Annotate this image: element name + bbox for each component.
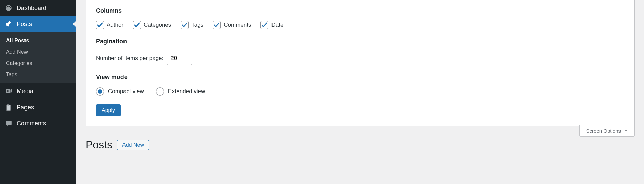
sidebar-label-pages: Pages bbox=[17, 104, 34, 111]
checkbox-date[interactable]: Date bbox=[260, 21, 283, 29]
pagination-heading: Pagination bbox=[96, 38, 624, 45]
checkbox-comments[interactable]: Comments bbox=[213, 21, 251, 29]
sidebar-label-comments: Comments bbox=[17, 120, 46, 127]
check-icon bbox=[134, 22, 140, 28]
main-content: Columns Author Categories bbox=[76, 0, 644, 184]
view-mode-heading: View mode bbox=[96, 74, 624, 81]
checkbox-author[interactable]: Author bbox=[96, 21, 123, 29]
pages-icon bbox=[5, 103, 13, 111]
checkbox-tags-label: Tags bbox=[191, 22, 203, 28]
items-per-page-input[interactable] bbox=[167, 52, 192, 65]
checkbox-categories[interactable]: Categories bbox=[133, 21, 171, 29]
sidebar-item-posts[interactable]: Posts bbox=[0, 16, 76, 32]
check-icon bbox=[97, 22, 103, 28]
pin-icon bbox=[5, 20, 13, 28]
check-icon bbox=[181, 22, 188, 28]
svg-rect-0 bbox=[7, 105, 11, 110]
comments-icon bbox=[5, 119, 13, 127]
columns-heading: Columns bbox=[96, 7, 624, 14]
sidebar-item-comments[interactable]: Comments bbox=[0, 115, 76, 131]
chevron-up-icon bbox=[624, 128, 628, 134]
sidebar-item-media[interactable]: Media bbox=[0, 83, 76, 99]
radio-dot-icon bbox=[98, 89, 102, 94]
radio-extended[interactable]: Extended view bbox=[156, 87, 205, 96]
page-title: Posts bbox=[86, 139, 112, 151]
check-icon bbox=[213, 22, 220, 28]
checkbox-author-box bbox=[96, 21, 104, 29]
checkbox-tags[interactable]: Tags bbox=[181, 21, 203, 29]
apply-button[interactable]: Apply bbox=[96, 104, 121, 116]
media-icon bbox=[5, 87, 13, 95]
posts-submenu: All Posts Add New Categories Tags bbox=[0, 32, 76, 83]
page-title-row: Posts Add New bbox=[86, 139, 635, 151]
checkbox-categories-label: Categories bbox=[144, 22, 171, 28]
checkbox-comments-label: Comments bbox=[224, 22, 251, 28]
dashboard-icon bbox=[5, 4, 13, 12]
checkbox-author-label: Author bbox=[107, 22, 123, 28]
checkbox-date-label: Date bbox=[271, 22, 283, 28]
screen-options-toggle[interactable]: Screen Options bbox=[579, 125, 635, 137]
checkbox-date-box bbox=[260, 21, 268, 29]
radio-extended-label: Extended view bbox=[168, 88, 205, 95]
radio-compact[interactable]: Compact view bbox=[96, 87, 144, 96]
checkbox-tags-box bbox=[181, 21, 189, 29]
checkbox-categories-box bbox=[133, 21, 141, 29]
admin-sidebar: Dashboard Posts All Posts Add New Catego… bbox=[0, 0, 76, 184]
screen-options-panel: Columns Author Categories bbox=[86, 0, 635, 126]
sidebar-label-dashboard: Dashboard bbox=[17, 5, 46, 12]
sidebar-item-pages[interactable]: Pages bbox=[0, 99, 76, 115]
radio-compact-circle bbox=[96, 87, 104, 96]
view-mode-row: Compact view Extended view bbox=[96, 87, 624, 96]
radio-extended-circle bbox=[156, 87, 164, 96]
submenu-all-posts[interactable]: All Posts bbox=[0, 35, 76, 46]
sidebar-item-dashboard[interactable]: Dashboard bbox=[0, 0, 76, 16]
submenu-categories[interactable]: Categories bbox=[0, 58, 76, 69]
items-per-page-label: Number of items per page: bbox=[96, 55, 163, 62]
sidebar-label-posts: Posts bbox=[17, 21, 32, 28]
submenu-tags[interactable]: Tags bbox=[0, 69, 76, 80]
screen-options-label: Screen Options bbox=[586, 128, 621, 134]
submenu-add-new[interactable]: Add New bbox=[0, 46, 76, 58]
columns-checkbox-row: Author Categories Tags bbox=[96, 21, 624, 29]
radio-compact-label: Compact view bbox=[108, 88, 144, 95]
check-icon bbox=[261, 22, 268, 28]
add-new-button[interactable]: Add New bbox=[117, 140, 149, 150]
sidebar-label-media: Media bbox=[17, 88, 33, 95]
checkbox-comments-box bbox=[213, 21, 221, 29]
pagination-row: Number of items per page: bbox=[96, 52, 624, 65]
